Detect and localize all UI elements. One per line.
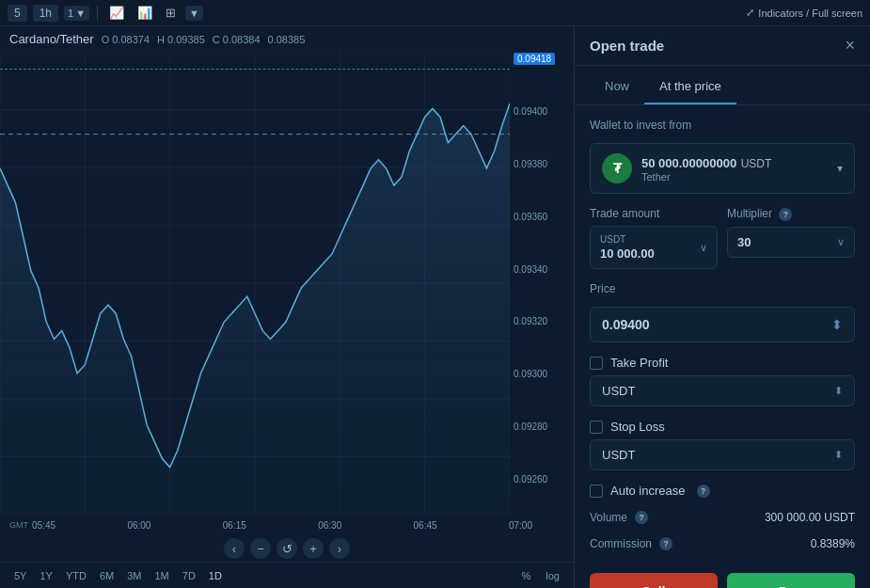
- stop-loss-label: Stop Loss: [610, 420, 665, 434]
- candle-chart-btn[interactable]: ⊞: [162, 5, 180, 21]
- time-axis-labels: 05:45 06:00 06:15 06:30 06:45 07:00: [32, 520, 532, 531]
- stop-loss-checkbox[interactable]: [590, 421, 603, 434]
- chart-zoom-out-btn[interactable]: −: [250, 538, 271, 559]
- trade-currency-label: USDT: [600, 234, 655, 245]
- trade-amount-label: Trade amount: [590, 207, 718, 220]
- chart-area: Cardano/Tether O 0.08374 H 0.09385 C 0.0…: [0, 26, 574, 588]
- chart-zoom-in-btn[interactable]: +: [303, 538, 324, 559]
- chart-forward-btn[interactable]: ›: [329, 538, 350, 559]
- panel-title: Open trade: [590, 38, 664, 54]
- take-profit-select[interactable]: USDT ⬍: [590, 375, 855, 406]
- take-profit-label: Take Profit: [610, 356, 668, 370]
- tether-icon: ₮: [602, 153, 632, 183]
- panel-close-btn[interactable]: ×: [845, 36, 855, 56]
- period-3m[interactable]: 3M: [122, 568, 146, 583]
- price-section: Price 0.09400 ⬍: [590, 282, 855, 342]
- auto-increase-label: Auto increase: [610, 484, 686, 498]
- wallet-left: ₮ 50 000.00000000 USDT Tether: [602, 153, 771, 183]
- main-layout: Cardano/Tether O 0.08374 H 0.09385 C 0.0…: [0, 26, 870, 588]
- panel-header: Open trade ×: [575, 26, 870, 66]
- stop-loss-checkbox-row: Stop Loss: [590, 420, 855, 434]
- wallet-amount-row: 50 000.00000000 USDT: [641, 154, 771, 171]
- multiplier-col: Multiplier ? 30 ∨: [727, 207, 855, 269]
- period-6m[interactable]: 6M: [95, 568, 119, 583]
- volume-help-icon: ?: [635, 511, 648, 524]
- price-stepper-icon: ⬍: [831, 317, 843, 332]
- price-label: Price: [590, 282, 855, 295]
- indicators-fullscreen-btn[interactable]: ⤢ Indicators / Full screen: [746, 7, 862, 19]
- tab-at-price[interactable]: At the price: [644, 73, 736, 104]
- interval-1h-btn[interactable]: 1h: [33, 5, 58, 22]
- auto-increase-row: Auto increase ?: [590, 484, 855, 498]
- volume-row: Volume ? 300 000.00 USDT: [590, 511, 855, 524]
- chart-controls: ‹ − ↺ + ›: [0, 535, 574, 562]
- sell-button[interactable]: Sell: [590, 573, 718, 588]
- multiplier-label-row: Multiplier ?: [727, 207, 855, 221]
- period-log[interactable]: log: [541, 568, 564, 583]
- wallet-chevron-icon: ▾: [837, 162, 843, 175]
- trade-amount-col: Trade amount USDT 10 000.00 ∨: [590, 207, 718, 269]
- trade-amount-multiplier-row: Trade amount USDT 10 000.00 ∨ Multiplier…: [590, 207, 855, 269]
- take-profit-section: Take Profit USDT ⬍: [590, 356, 855, 406]
- chart-reset-btn[interactable]: ↺: [277, 538, 297, 559]
- toolbar-right: ⤢ Indicators / Full screen: [746, 7, 862, 19]
- commission-label: Commission ?: [590, 537, 672, 550]
- volume-label: Volume ?: [590, 511, 648, 524]
- auto-increase-checkbox[interactable]: [590, 485, 603, 498]
- interval-5-btn[interactable]: 5: [8, 5, 27, 22]
- trade-amount-arrow-icon: ∨: [700, 242, 707, 254]
- period-selector: 5Y 1Y YTD 6M 3M 1M 7D 1D % log: [0, 562, 574, 588]
- more-chart-dropdown[interactable]: ▼: [185, 6, 203, 21]
- line-chart-btn[interactable]: 📈: [105, 5, 128, 21]
- tabs: Now At the price: [575, 66, 870, 105]
- bar-chart-btn[interactable]: 📊: [134, 5, 156, 21]
- wallet-info: 50 000.00000000 USDT Tether: [641, 154, 771, 183]
- period-right: % log: [517, 568, 564, 583]
- chart-canvas-wrapper: 0.09418 0.09400 0.09380 0.09360 0.09340 …: [0, 52, 574, 515]
- volume-value: 300 000.00 USDT: [765, 511, 855, 524]
- toolbar: 5 1h 1 ▼ 📈 📊 ⊞ ▼ ⤢ Indicators / Full scr…: [0, 0, 870, 26]
- buy-button[interactable]: Buy: [727, 573, 855, 588]
- action-buttons: Sell Buy: [575, 564, 870, 588]
- period-ytd[interactable]: YTD: [61, 568, 91, 583]
- stop-loss-section: Stop Loss USDT ⬍: [590, 420, 855, 470]
- multiplier-help-icon: ?: [779, 208, 792, 221]
- period-1d[interactable]: 1D: [204, 568, 227, 583]
- trade-amount-input[interactable]: USDT 10 000.00 ∨: [590, 226, 718, 269]
- current-price-badge: 0.09418: [514, 53, 555, 65]
- dashed-price-line: [0, 69, 510, 70]
- wallet-selector[interactable]: ₮ 50 000.00000000 USDT Tether ▾: [590, 143, 855, 194]
- period-1m[interactable]: 1M: [150, 568, 174, 583]
- price-scale: 0.09418 0.09400 0.09380 0.09360 0.09340 …: [510, 52, 574, 486]
- tab-now[interactable]: Now: [590, 73, 644, 104]
- chart-back-btn[interactable]: ‹: [224, 538, 245, 559]
- wallet-section: Wallet to invest from ₮ 50 000.00000000 …: [590, 119, 855, 194]
- period-7d[interactable]: 7D: [178, 568, 200, 583]
- stop-loss-arrows-icon: ⬍: [834, 449, 843, 461]
- price-field[interactable]: 0.09400 ⬍: [590, 307, 855, 342]
- period-1y[interactable]: 1Y: [35, 568, 56, 583]
- commission-value: 0.8389%: [811, 537, 855, 550]
- right-panel: Open trade × Now At the price Wallet to …: [574, 26, 870, 588]
- take-profit-arrows-icon: ⬍: [834, 385, 843, 397]
- form-body: Wallet to invest from ₮ 50 000.00000000 …: [575, 105, 870, 564]
- chart-header: Cardano/Tether O 0.08374 H 0.09385 C 0.0…: [0, 26, 574, 52]
- wallet-name: Tether: [641, 171, 771, 183]
- period-percent[interactable]: %: [517, 568, 536, 583]
- stop-loss-currency: USDT: [602, 448, 635, 462]
- stop-loss-select[interactable]: USDT ⬍: [590, 439, 855, 470]
- take-profit-checkbox[interactable]: [590, 357, 603, 370]
- period-5y[interactable]: 5Y: [9, 568, 31, 583]
- auto-increase-help-icon: ?: [697, 485, 710, 498]
- commission-row: Commission ? 0.8389%: [590, 537, 855, 550]
- interval-1-dropdown[interactable]: 1 ▼: [64, 6, 89, 21]
- chart-ohlc: O 0.08374 H 0.09385 C 0.08384 0.08385: [102, 34, 306, 45]
- price-value: 0.09400: [602, 317, 650, 332]
- wallet-label: Wallet to invest from: [590, 119, 855, 132]
- multiplier-input[interactable]: 30 ∨: [727, 227, 855, 258]
- commission-help-icon: ?: [659, 537, 672, 550]
- multiplier-value: 30: [737, 235, 751, 249]
- price-chart: [0, 52, 510, 515]
- take-profit-currency: USDT: [602, 384, 635, 398]
- time-axis: GMT 05:45 06:00 06:15 06:30 06:45 07:00: [0, 515, 574, 535]
